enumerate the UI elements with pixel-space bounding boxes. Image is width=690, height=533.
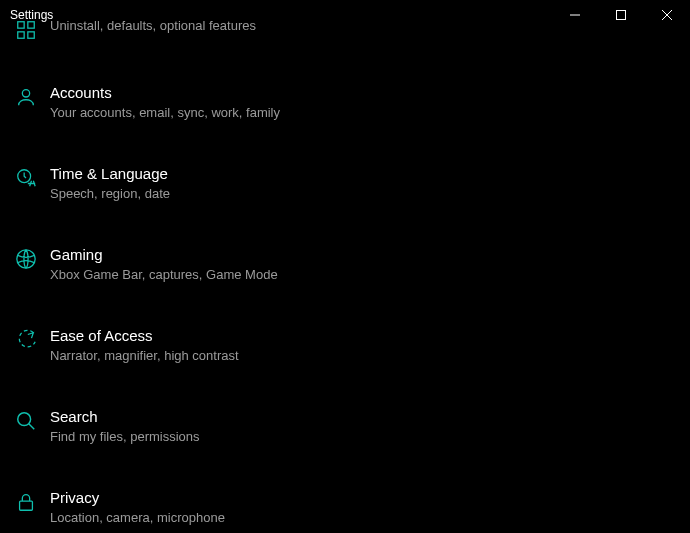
- item-subtitle: Xbox Game Bar, captures, Game Mode: [50, 266, 278, 284]
- item-title: Gaming: [50, 245, 278, 265]
- item-subtitle: Location, camera, microphone: [50, 509, 225, 527]
- settings-item-search[interactable]: Search Find my files, permissions: [0, 395, 690, 458]
- settings-item-ease-of-access[interactable]: Ease of Access Narrator, magnifier, high…: [0, 314, 690, 377]
- settings-item-gaming[interactable]: Gaming Xbox Game Bar, captures, Game Mod…: [0, 233, 690, 296]
- item-subtitle: Find my files, permissions: [50, 428, 200, 446]
- item-title: Time & Language: [50, 164, 170, 184]
- svg-rect-2: [28, 22, 34, 28]
- time-language-icon: [14, 167, 38, 189]
- accounts-icon: [14, 86, 38, 108]
- item-subtitle: Speech, region, date: [50, 185, 170, 203]
- apps-icon: [14, 19, 38, 41]
- settings-list: Uninstall, defaults, optional features A…: [0, 30, 690, 533]
- settings-item-privacy[interactable]: Privacy Location, camera, microphone: [0, 476, 690, 533]
- item-title: Privacy: [50, 488, 225, 508]
- svg-rect-1: [18, 22, 24, 28]
- settings-item-accounts[interactable]: Accounts Your accounts, email, sync, wor…: [0, 71, 690, 134]
- gaming-icon: [14, 248, 38, 270]
- search-icon: [14, 410, 38, 432]
- privacy-icon: [14, 491, 38, 513]
- ease-of-access-icon: [14, 329, 38, 351]
- svg-rect-4: [28, 32, 34, 38]
- settings-item-apps[interactable]: Uninstall, defaults, optional features: [0, 16, 690, 53]
- item-subtitle: Your accounts, email, sync, work, family: [50, 104, 280, 122]
- settings-item-time-language[interactable]: Time & Language Speech, region, date: [0, 152, 690, 215]
- svg-point-7: [17, 250, 35, 268]
- svg-rect-3: [18, 32, 24, 38]
- item-title: Search: [50, 407, 200, 427]
- item-title: Ease of Access: [50, 326, 239, 346]
- svg-point-5: [22, 90, 29, 97]
- item-subtitle: Narrator, magnifier, high contrast: [50, 347, 239, 365]
- item-title: Accounts: [50, 83, 280, 103]
- svg-point-8: [18, 413, 31, 426]
- item-subtitle: Uninstall, defaults, optional features: [50, 17, 256, 35]
- svg-rect-9: [20, 501, 33, 510]
